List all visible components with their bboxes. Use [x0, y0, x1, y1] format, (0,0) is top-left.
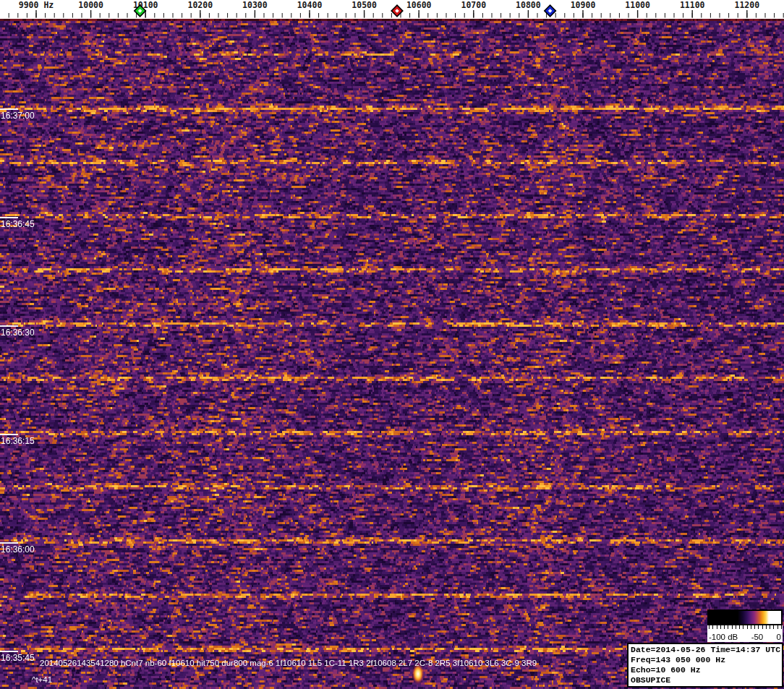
- time-label: 16:35:45: [1, 654, 35, 662]
- detection-annotation: 20140526143541280 hCnt7 nb-60 f10610 hit…: [40, 659, 537, 668]
- overlay-layer: 20140526143541280 hCnt7 nb-60 f10610 hit…: [0, 0, 784, 689]
- colorbar-tick: [709, 625, 710, 629]
- observation-info-box: Date=2014-05-26 Time=14:37 UTC Freq=143 …: [627, 643, 783, 688]
- time-label: 16:36:30: [1, 328, 35, 337]
- colorbar-tick: [770, 625, 770, 629]
- colorbar-tick: [754, 625, 755, 629]
- colorbar-tick: [720, 625, 721, 629]
- colorbar-legend: -100 dB -50 0: [707, 609, 783, 642]
- colorbar-tick: [777, 625, 778, 629]
- colorbar-tick: [751, 625, 751, 629]
- colorbar-tick: [732, 625, 733, 629]
- info-date-time: Date=2014-05-26 Time=14:37 UTC: [631, 645, 780, 655]
- time-label: 16:36:00: [1, 545, 35, 554]
- time-label: 16:36:45: [1, 220, 35, 228]
- colorbar-tick: [766, 625, 767, 629]
- colorbar-tick: [762, 625, 763, 629]
- time-tick: [0, 217, 18, 218]
- colorbar-tick: [773, 625, 774, 629]
- info-observer-code: OBSUPICE: [631, 675, 780, 685]
- colorbar-tick: [712, 625, 713, 629]
- time-label: 16:37:00: [1, 111, 35, 120]
- info-frequency: Freq=143 050 000 Hz: [631, 655, 780, 665]
- info-echo-frequency: Echo=10 600 Hz: [631, 665, 780, 675]
- time-tick: [0, 651, 18, 652]
- colorbar-scale: -100 dB -50 0: [707, 625, 783, 642]
- time-tick: [0, 108, 18, 110]
- colorbar-tick: [717, 625, 717, 629]
- time-label: 16:36:15: [1, 437, 35, 445]
- colorbar-tick: [781, 625, 782, 629]
- colorbar-label-max: 0: [777, 633, 781, 641]
- time-offset-note: ^t+41: [32, 675, 52, 684]
- colorbar-tick: [758, 625, 759, 629]
- colorbar-tick: [724, 625, 725, 629]
- colorbar-tick: [728, 625, 728, 629]
- time-tick: [0, 325, 18, 327]
- time-tick: [0, 434, 18, 435]
- time-tick: [0, 542, 18, 544]
- colorbar-tick: [743, 625, 743, 629]
- colorbar-tick: [736, 625, 736, 629]
- colorbar-tick: [739, 625, 740, 629]
- colorbar-tick: [747, 625, 748, 629]
- colorbar-gradient: [707, 609, 783, 625]
- colorbar-label-mid: -50: [751, 633, 764, 641]
- colorbar-label-min: -100 dB: [709, 633, 738, 641]
- colorbar-labels: -100 dB -50 0: [709, 633, 781, 641]
- spectrogram-app-window: 9900 Hz100001010010200103001040010500106…: [0, 0, 784, 689]
